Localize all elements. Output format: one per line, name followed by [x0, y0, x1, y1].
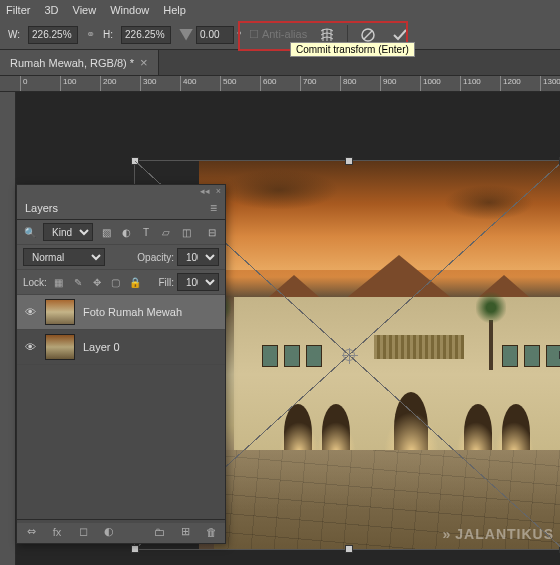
- blend-mode-select[interactable]: Normal: [23, 248, 105, 266]
- panel-close-icon[interactable]: ×: [216, 186, 221, 196]
- fill-select[interactable]: 100%: [177, 273, 219, 291]
- width-label: W:: [8, 29, 20, 40]
- lock-all-icon[interactable]: 🔒: [128, 275, 142, 289]
- filter-smart-icon[interactable]: ◫: [179, 225, 193, 239]
- link-icon[interactable]: ⚭: [86, 28, 95, 41]
- opacity-select[interactable]: 100%: [177, 248, 219, 266]
- angle-icon: [179, 29, 193, 41]
- filter-type-icon[interactable]: T: [139, 225, 153, 239]
- document-tab-bar: Rumah Mewah, RGB/8) * ×: [0, 50, 560, 76]
- layers-panel: ◂◂ × Layers ≡ 🔍 Kind ▧ ◐ T ▱ ◫ ⊟ Normal …: [16, 184, 226, 544]
- menu-filter[interactable]: Filter: [6, 4, 30, 16]
- transform-handle-bl[interactable]: [131, 545, 139, 553]
- filter-kind-select[interactable]: Kind: [43, 223, 93, 241]
- layer-thumbnail[interactable]: [45, 334, 75, 360]
- angle-input[interactable]: [196, 26, 234, 44]
- options-bar: W: ⚭ H: ° ☐ Anti-alias: [0, 20, 560, 50]
- layer-mask-icon[interactable]: ◻: [75, 524, 91, 540]
- filter-adjust-icon[interactable]: ◐: [119, 225, 133, 239]
- angle-unit: °: [237, 29, 241, 41]
- opacity-label: Opacity:: [137, 252, 174, 263]
- menu-help[interactable]: Help: [163, 4, 186, 16]
- ruler-horizontal: 100 0 100 200 300 400 500 600 700 800 90…: [0, 76, 560, 92]
- lock-transparent-icon[interactable]: ▦: [52, 275, 66, 289]
- lock-artboard-icon[interactable]: ▢: [109, 275, 123, 289]
- layer-filter-row: 🔍 Kind ▧ ◐ T ▱ ◫ ⊟: [17, 220, 225, 245]
- visibility-toggle-icon[interactable]: 👁: [23, 340, 37, 354]
- transform-handle-b[interactable]: [345, 545, 353, 553]
- layers-footer: ⇔ fx ◻ ◐ 🗀 ⊞ 🗑: [17, 519, 225, 543]
- link-layers-icon[interactable]: ⇔: [23, 524, 39, 540]
- layers-tab-label: Layers: [25, 202, 58, 214]
- blend-opacity-row: Normal Opacity: 100%: [17, 245, 225, 270]
- filter-pixel-icon[interactable]: ▧: [99, 225, 113, 239]
- transform-handle-tl[interactable]: [131, 157, 139, 165]
- document-tab[interactable]: Rumah Mewah, RGB/8) * ×: [0, 50, 159, 75]
- filter-toggle[interactable]: ⊟: [205, 225, 219, 239]
- panel-menu-icon[interactable]: ≡: [210, 201, 217, 215]
- workspace: » JALANTIKUS ◂◂ × Layers ≡ 🔍: [0, 92, 560, 565]
- adjustment-layer-icon[interactable]: ◐: [101, 524, 117, 540]
- layer-style-icon[interactable]: fx: [49, 524, 65, 540]
- document-tab-label: Rumah Mewah, RGB/8) *: [10, 57, 134, 69]
- layers-list: 👁 Foto Rumah Mewah 👁 Layer 0: [17, 295, 225, 523]
- layer-name[interactable]: Layer 0: [83, 341, 120, 353]
- layers-tab[interactable]: Layers ≡: [17, 197, 225, 220]
- menu-bar: Filter 3D View Window Help: [0, 0, 560, 20]
- fill-label: Fill:: [158, 277, 174, 288]
- width-input[interactable]: [28, 26, 78, 44]
- transform-handle-t[interactable]: [345, 157, 353, 165]
- canvas-area[interactable]: » JALANTIKUS ◂◂ × Layers ≡ 🔍: [16, 92, 560, 565]
- close-tab-icon[interactable]: ×: [140, 55, 148, 70]
- filter-shape-icon[interactable]: ▱: [159, 225, 173, 239]
- new-group-icon[interactable]: 🗀: [151, 524, 167, 540]
- filter-search-icon[interactable]: 🔍: [23, 225, 37, 239]
- layer-name[interactable]: Foto Rumah Mewah: [83, 306, 182, 318]
- visibility-toggle-icon[interactable]: 👁: [23, 305, 37, 319]
- menu-3d[interactable]: 3D: [44, 4, 58, 16]
- new-layer-icon[interactable]: ⊞: [177, 524, 193, 540]
- layer-row[interactable]: 👁 Layer 0: [17, 330, 225, 365]
- lock-label: Lock:: [23, 277, 47, 288]
- angle-field: °: [179, 26, 241, 44]
- panel-topbar: ◂◂ ×: [17, 185, 225, 197]
- layer-row[interactable]: 👁 Foto Rumah Mewah: [17, 295, 225, 330]
- lock-fill-row: Lock: ▦ ✎ ✥ ▢ 🔒 Fill: 100%: [17, 270, 225, 295]
- svg-line-1: [364, 31, 372, 39]
- lock-paint-icon[interactable]: ✎: [71, 275, 85, 289]
- transform-center[interactable]: [343, 349, 355, 361]
- menu-view[interactable]: View: [73, 4, 97, 16]
- antialias-checkbox: ☐ Anti-alias: [249, 28, 307, 41]
- panel-collapse-icon[interactable]: ◂◂: [200, 186, 210, 196]
- commit-tooltip: Commit transform (Enter): [290, 42, 415, 57]
- lock-position-icon[interactable]: ✥: [90, 275, 104, 289]
- menu-window[interactable]: Window: [110, 4, 149, 16]
- ruler-vertical: [0, 92, 16, 565]
- height-input[interactable]: [121, 26, 171, 44]
- delete-layer-icon[interactable]: 🗑: [203, 524, 219, 540]
- layer-thumbnail[interactable]: [45, 299, 75, 325]
- height-label: H:: [103, 29, 113, 40]
